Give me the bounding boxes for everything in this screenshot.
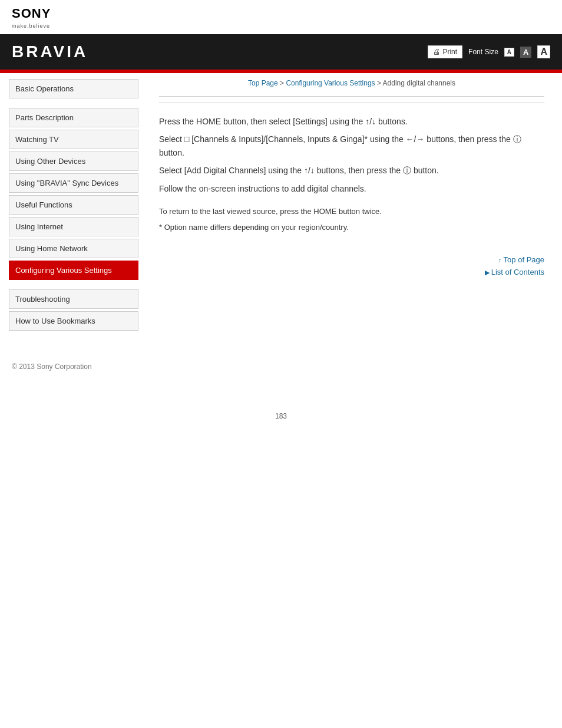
arrow-right-icon: ▶ bbox=[485, 269, 491, 276]
bravia-title: BRAVIA bbox=[12, 42, 88, 61]
sidebar-item-using-internet[interactable]: Using Internet bbox=[9, 217, 138, 236]
footer-links: ↑ Top of Page ▶ List of Contents bbox=[159, 255, 544, 276]
content-divider-top2 bbox=[159, 103, 544, 103]
sidebar-item-watching-tv[interactable]: Watching TV bbox=[9, 130, 138, 149]
content-divider-top bbox=[159, 96, 544, 97]
article-step1: Press the HOME button, then select [Sett… bbox=[159, 115, 544, 128]
sidebar-item-configuring-settings[interactable]: Configuring Various Settings bbox=[9, 261, 138, 280]
breadcrumb-top-page[interactable]: Top Page bbox=[248, 79, 278, 87]
list-of-contents-link[interactable]: ▶ List of Contents bbox=[485, 268, 544, 276]
copyright-text: © 2013 Sony Corporation bbox=[12, 363, 92, 371]
article-step2: Select □ [Channels & Inputs]/[Channels, … bbox=[159, 133, 544, 159]
top-bar: BRAVIA 🖨 Print Font Size A A A bbox=[0, 34, 562, 70]
sidebar-item-parts-description[interactable]: Parts Description bbox=[9, 108, 138, 127]
content-area: Top Page > Configuring Various Settings … bbox=[147, 73, 562, 339]
top-of-page-link[interactable]: ↑ Top of Page bbox=[498, 255, 544, 264]
article-step4: Follow the on-screen instructions to add… bbox=[159, 182, 544, 195]
article-step3: Select [Add Digital Channels] using the … bbox=[159, 164, 544, 177]
page-number: 183 bbox=[0, 412, 562, 420]
sony-tagline: make.believe bbox=[12, 23, 50, 29]
breadcrumb-sep1: > bbox=[278, 79, 286, 87]
return-note: To return to the last viewed source, pre… bbox=[159, 207, 544, 216]
sidebar: Basic Operations Parts Description Watch… bbox=[0, 73, 147, 339]
sidebar-item-troubleshooting[interactable]: Troubleshooting bbox=[9, 289, 138, 309]
arrow-up-icon: ↑ bbox=[498, 256, 504, 263]
breadcrumb-configuring[interactable]: Configuring Various Settings bbox=[286, 79, 375, 87]
option-note: * Option name differs depending on your … bbox=[159, 223, 544, 232]
sidebar-item-how-to-use-bookmarks[interactable]: How to Use Bookmarks bbox=[9, 311, 138, 331]
sidebar-item-basic-operations[interactable]: Basic Operations bbox=[9, 79, 138, 98]
sidebar-item-using-other-devices[interactable]: Using Other Devices bbox=[9, 151, 138, 171]
font-size-label: Font Size bbox=[468, 48, 498, 56]
breadcrumb-sep2: > bbox=[375, 79, 383, 87]
sidebar-item-using-bravia-sync[interactable]: Using "BRAVIA" Sync Devices bbox=[9, 173, 138, 193]
font-medium-button[interactable]: A bbox=[520, 47, 531, 58]
print-button[interactable]: 🖨 Print bbox=[428, 45, 462, 58]
breadcrumb-current: Adding digital channels bbox=[383, 79, 455, 87]
article-content: Press the HOME button, then select [Sett… bbox=[159, 115, 544, 195]
page-footer: © 2013 Sony Corporation bbox=[0, 351, 562, 377]
main-layout: Basic Operations Parts Description Watch… bbox=[0, 73, 562, 339]
font-small-button[interactable]: A bbox=[504, 48, 514, 57]
sony-logo: SONY bbox=[12, 7, 550, 20]
print-icon: 🖨 bbox=[433, 48, 440, 56]
breadcrumb: Top Page > Configuring Various Settings … bbox=[159, 79, 544, 87]
sony-logo-area: SONY make.believe bbox=[0, 0, 562, 34]
sidebar-item-useful-functions[interactable]: Useful Functions bbox=[9, 195, 138, 215]
print-label: Print bbox=[442, 48, 457, 56]
header-controls: 🖨 Print Font Size A A A bbox=[428, 45, 550, 58]
sidebar-item-using-home-network[interactable]: Using Home Network bbox=[9, 239, 138, 258]
font-large-button[interactable]: A bbox=[537, 45, 550, 58]
